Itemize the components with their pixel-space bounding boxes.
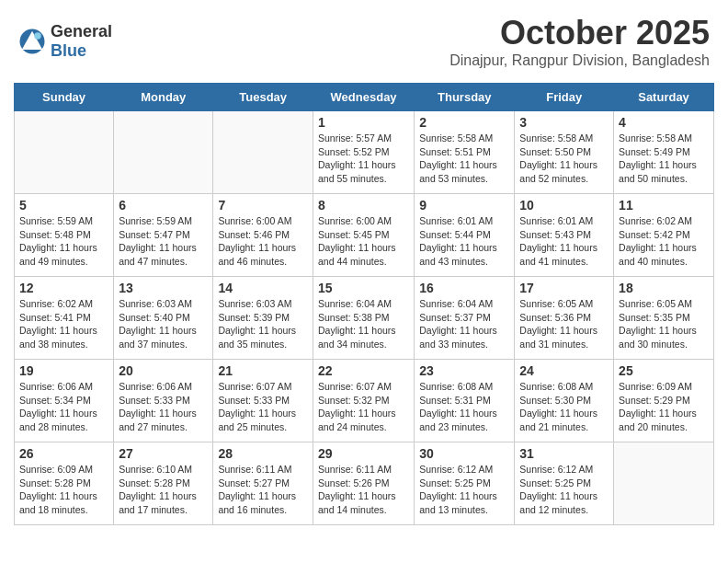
calendar-cell: 25Sunrise: 6:09 AMSunset: 5:29 PMDayligh… (614, 360, 714, 442)
day-info: Sunrise: 6:12 AMSunset: 5:25 PMDaylight:… (519, 463, 609, 517)
day-info: Sunrise: 5:59 AMSunset: 5:47 PMDaylight:… (119, 214, 208, 269)
calendar-cell: 17Sunrise: 6:05 AMSunset: 5:36 PMDayligh… (515, 277, 614, 360)
day-number: 6 (119, 198, 208, 213)
day-info: Sunrise: 6:08 AMSunset: 5:31 PMDaylight:… (419, 380, 509, 434)
calendar-cell: 16Sunrise: 6:04 AMSunset: 5:37 PMDayligh… (415, 277, 515, 360)
calendar-cell: 19Sunrise: 6:06 AMSunset: 5:34 PMDayligh… (15, 360, 114, 442)
day-info: Sunrise: 6:07 AMSunset: 5:33 PMDaylight:… (218, 380, 308, 434)
day-info: Sunrise: 6:09 AMSunset: 5:29 PMDaylight:… (619, 380, 709, 434)
title-area: October 2025 Dinajpur, Rangpur Division,… (449, 14, 710, 69)
day-number: 20 (119, 363, 208, 378)
day-info: Sunrise: 5:57 AMSunset: 5:52 PMDaylight:… (318, 132, 409, 186)
day-number: 4 (619, 115, 709, 130)
day-number: 28 (218, 446, 308, 461)
weekday-header-row: SundayMondayTuesdayWednesdayThursdayFrid… (15, 84, 714, 111)
day-number: 9 (419, 198, 509, 213)
day-number: 19 (19, 363, 108, 378)
day-number: 3 (519, 115, 609, 130)
calendar-week-row: 12Sunrise: 6:02 AMSunset: 5:41 PMDayligh… (15, 277, 714, 360)
day-number: 7 (218, 198, 308, 213)
day-info: Sunrise: 6:00 AMSunset: 5:45 PMDaylight:… (318, 214, 409, 269)
day-info: Sunrise: 5:58 AMSunset: 5:50 PMDaylight:… (519, 132, 609, 186)
day-number: 11 (619, 198, 709, 213)
calendar-cell: 28Sunrise: 6:11 AMSunset: 5:27 PMDayligh… (213, 442, 313, 525)
month-title: October 2025 (449, 14, 710, 52)
svg-point-2 (34, 32, 41, 40)
day-number: 26 (19, 446, 108, 461)
weekday-header-saturday: Saturday (614, 84, 714, 111)
calendar-cell: 29Sunrise: 6:11 AMSunset: 5:26 PMDayligh… (313, 442, 414, 525)
calendar-cell: 9Sunrise: 6:01 AMSunset: 5:44 PMDaylight… (415, 194, 515, 277)
day-number: 12 (19, 281, 108, 295)
day-info: Sunrise: 6:11 AMSunset: 5:26 PMDaylight:… (318, 463, 409, 517)
calendar-cell: 4Sunrise: 5:58 AMSunset: 5:49 PMDaylight… (614, 111, 714, 194)
day-info: Sunrise: 6:05 AMSunset: 5:35 PMDaylight:… (619, 297, 709, 351)
calendar-table: SundayMondayTuesdayWednesdayThursdayFrid… (14, 83, 714, 525)
day-info: Sunrise: 6:06 AMSunset: 5:33 PMDaylight:… (119, 380, 208, 434)
calendar-cell: 13Sunrise: 6:03 AMSunset: 5:40 PMDayligh… (114, 277, 213, 360)
day-number: 27 (119, 446, 208, 461)
day-number: 21 (218, 363, 308, 378)
day-number: 10 (519, 198, 609, 213)
weekday-header-tuesday: Tuesday (213, 84, 313, 111)
logo-icon (18, 28, 46, 55)
day-number: 14 (218, 281, 308, 295)
day-info: Sunrise: 6:02 AMSunset: 5:41 PMDaylight:… (19, 297, 108, 351)
logo-general-text: General (51, 22, 112, 41)
weekday-header-sunday: Sunday (15, 84, 114, 111)
day-number: 8 (318, 198, 409, 213)
day-number: 16 (419, 281, 509, 295)
day-number: 22 (318, 363, 409, 378)
calendar-cell: 20Sunrise: 6:06 AMSunset: 5:33 PMDayligh… (114, 360, 213, 442)
calendar-cell: 12Sunrise: 6:02 AMSunset: 5:41 PMDayligh… (15, 277, 114, 360)
calendar-cell: 18Sunrise: 6:05 AMSunset: 5:35 PMDayligh… (614, 277, 714, 360)
calendar-week-row: 5Sunrise: 5:59 AMSunset: 5:48 PMDaylight… (15, 194, 714, 277)
day-info: Sunrise: 6:09 AMSunset: 5:28 PMDaylight:… (19, 463, 108, 517)
logo: General Blue (18, 22, 112, 61)
calendar-week-row: 26Sunrise: 6:09 AMSunset: 5:28 PMDayligh… (15, 442, 714, 525)
day-info: Sunrise: 6:05 AMSunset: 5:36 PMDaylight:… (519, 297, 609, 351)
calendar-cell: 15Sunrise: 6:04 AMSunset: 5:38 PMDayligh… (313, 277, 414, 360)
calendar-cell: 21Sunrise: 6:07 AMSunset: 5:33 PMDayligh… (213, 360, 313, 442)
calendar-cell: 10Sunrise: 6:01 AMSunset: 5:43 PMDayligh… (515, 194, 614, 277)
calendar-week-row: 19Sunrise: 6:06 AMSunset: 5:34 PMDayligh… (15, 360, 714, 442)
page-header: General Blue October 2025 Dinajpur, Rang… (0, 0, 728, 74)
weekday-header-wednesday: Wednesday (313, 84, 414, 111)
day-info: Sunrise: 6:08 AMSunset: 5:30 PMDaylight:… (519, 380, 609, 434)
day-number: 1 (318, 115, 409, 130)
calendar-cell (614, 442, 714, 525)
calendar-week-row: 1Sunrise: 5:57 AMSunset: 5:52 PMDaylight… (15, 111, 714, 194)
weekday-header-thursday: Thursday (415, 84, 515, 111)
day-number: 13 (119, 281, 208, 295)
day-number: 5 (19, 198, 108, 213)
calendar-cell: 30Sunrise: 6:12 AMSunset: 5:25 PMDayligh… (415, 442, 515, 525)
day-number: 25 (619, 363, 709, 378)
day-info: Sunrise: 6:01 AMSunset: 5:44 PMDaylight:… (419, 214, 509, 269)
day-number: 15 (318, 281, 409, 295)
day-number: 23 (419, 363, 509, 378)
day-number: 2 (419, 115, 509, 130)
day-number: 31 (519, 446, 609, 461)
day-info: Sunrise: 6:00 AMSunset: 5:46 PMDaylight:… (218, 214, 308, 269)
day-info: Sunrise: 5:58 AMSunset: 5:49 PMDaylight:… (619, 132, 709, 186)
calendar-cell: 11Sunrise: 6:02 AMSunset: 5:42 PMDayligh… (614, 194, 714, 277)
calendar-cell (213, 111, 313, 194)
day-number: 30 (419, 446, 509, 461)
calendar-cell: 1Sunrise: 5:57 AMSunset: 5:52 PMDaylight… (313, 111, 414, 194)
calendar-cell: 3Sunrise: 5:58 AMSunset: 5:50 PMDaylight… (515, 111, 614, 194)
weekday-header-friday: Friday (515, 84, 614, 111)
calendar-cell: 2Sunrise: 5:58 AMSunset: 5:51 PMDaylight… (415, 111, 515, 194)
day-info: Sunrise: 6:06 AMSunset: 5:34 PMDaylight:… (19, 380, 108, 434)
day-info: Sunrise: 6:03 AMSunset: 5:39 PMDaylight:… (218, 297, 308, 351)
calendar-cell: 6Sunrise: 5:59 AMSunset: 5:47 PMDaylight… (114, 194, 213, 277)
calendar-cell (114, 111, 213, 194)
location: Dinajpur, Rangpur Division, Bangladesh (449, 52, 710, 69)
weekday-header-monday: Monday (114, 84, 213, 111)
calendar-cell: 23Sunrise: 6:08 AMSunset: 5:31 PMDayligh… (415, 360, 515, 442)
day-info: Sunrise: 6:03 AMSunset: 5:40 PMDaylight:… (119, 297, 208, 351)
day-info: Sunrise: 6:04 AMSunset: 5:38 PMDaylight:… (318, 297, 409, 351)
logo-text: General Blue (51, 22, 112, 61)
calendar-cell: 24Sunrise: 6:08 AMSunset: 5:30 PMDayligh… (515, 360, 614, 442)
day-number: 18 (619, 281, 709, 295)
day-info: Sunrise: 6:02 AMSunset: 5:42 PMDaylight:… (619, 214, 709, 269)
